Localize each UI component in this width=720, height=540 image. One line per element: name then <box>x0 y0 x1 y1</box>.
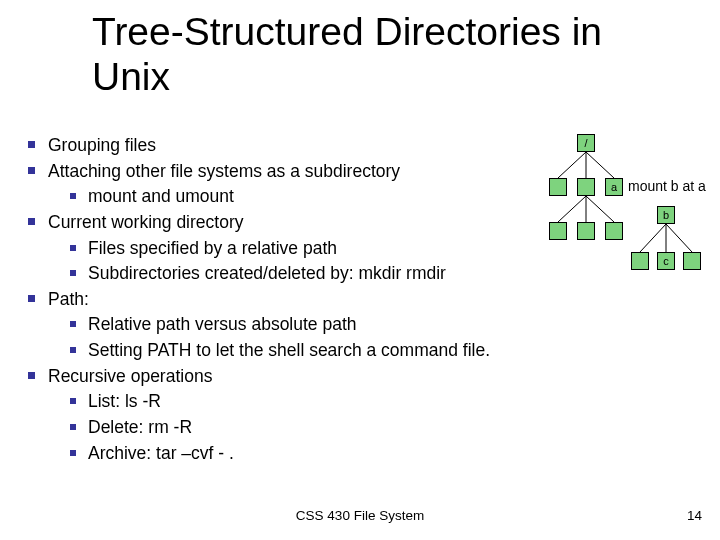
svg-line-2 <box>586 152 614 178</box>
svg-line-0 <box>558 152 586 178</box>
bullet-item: Recursive operations List: ls -R Delete:… <box>20 365 540 466</box>
footer-title: CSS 430 File System <box>296 508 424 523</box>
sub-item: List: ls -R <box>48 390 540 414</box>
sub-item: Relative path versus absolute path <box>48 313 540 337</box>
tree-node <box>549 178 567 196</box>
bullet-item: Grouping files <box>20 134 540 158</box>
bullet-text: Subdirectories created/deleted by: mkdir… <box>88 263 446 283</box>
tree-node <box>577 178 595 196</box>
sub-item: Files specified by a relative path <box>48 237 540 261</box>
tree-node-b: b <box>657 206 675 224</box>
sub-list: Files specified by a relative path Subdi… <box>48 237 540 286</box>
tree-node-a: a <box>605 178 623 196</box>
tree-node-root: / <box>577 134 595 152</box>
bullet-item: Path: Relative path versus absolute path… <box>20 288 540 363</box>
slide: Tree-Structured Directories in Unix Grou… <box>0 0 720 540</box>
footer: CSS 430 File System 14 <box>0 508 720 528</box>
bullet-text: mount and umount <box>88 186 234 206</box>
svg-line-5 <box>586 196 614 222</box>
tree-node <box>549 222 567 240</box>
bullet-item: Attaching other file systems as a subdir… <box>20 160 540 209</box>
bullet-text: Setting PATH to let the shell search a c… <box>88 340 490 360</box>
bullet-text: Archive: tar –cvf - . <box>88 443 234 463</box>
slide-title: Tree-Structured Directories in Unix <box>92 10 652 100</box>
page-number: 14 <box>687 508 702 523</box>
tree-edges <box>546 134 716 334</box>
tree-diagram: / a b c mount b at a <box>546 134 716 334</box>
sub-item: Delete: rm -R <box>48 416 540 440</box>
bullet-text: Path: <box>48 289 89 309</box>
tree-node <box>683 252 701 270</box>
sub-list: mount and umount <box>48 185 540 209</box>
bullet-text: List: ls -R <box>88 391 161 411</box>
bullet-text: Recursive operations <box>48 366 212 386</box>
mount-label: mount b at a <box>628 178 706 194</box>
bullet-text: Current working directory <box>48 212 243 232</box>
bullet-text: Grouping files <box>48 135 156 155</box>
bullet-text: Files specified by a relative path <box>88 238 337 258</box>
bullet-text: Attaching other file systems as a subdir… <box>48 161 400 181</box>
sub-list: Relative path versus absolute path Setti… <box>48 313 540 362</box>
tree-node <box>577 222 595 240</box>
bullet-item: Current working directory Files specifie… <box>20 211 540 286</box>
sub-item: mount and umount <box>48 185 540 209</box>
sub-item: Setting PATH to let the shell search a c… <box>48 339 540 363</box>
content-area: Grouping files Attaching other file syst… <box>20 134 540 467</box>
bullet-text: Delete: rm -R <box>88 417 192 437</box>
svg-line-8 <box>666 224 692 252</box>
tree-node-c: c <box>657 252 675 270</box>
sub-item: Subdirectories created/deleted by: mkdir… <box>48 262 540 286</box>
tree-node <box>631 252 649 270</box>
bullet-list: Grouping files Attaching other file syst… <box>20 134 540 465</box>
sub-item: Archive: tar –cvf - . <box>48 442 540 466</box>
bullet-text: Relative path versus absolute path <box>88 314 357 334</box>
svg-line-3 <box>558 196 586 222</box>
tree-node <box>605 222 623 240</box>
svg-line-6 <box>640 224 666 252</box>
sub-list: List: ls -R Delete: rm -R Archive: tar –… <box>48 390 540 465</box>
